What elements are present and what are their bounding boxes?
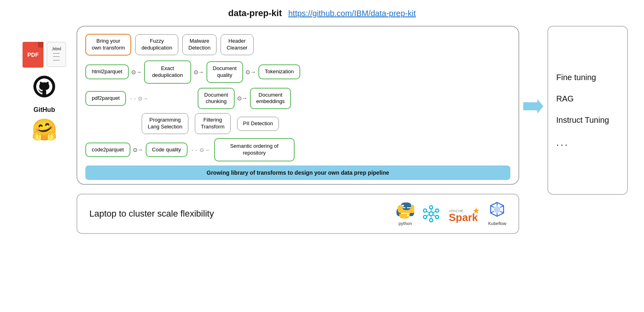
node-prog-lang: ProgrammingLang Selection (142, 113, 188, 134)
svg-point-6 (423, 209, 427, 212)
svg-line-14 (427, 215, 429, 216)
svg-point-5 (429, 219, 433, 222)
node-fuzzy-dedup: Fuzzydeduplication (135, 34, 178, 55)
svg-marker-27 (523, 99, 543, 114)
svg-text:Spark: Spark (449, 211, 478, 223)
right-panel-more: ... (556, 137, 619, 148)
html-icon: .html ━━━━━━━━━━━━ (47, 42, 66, 67)
html-lines: ━━━━━━━━━━━━ (53, 52, 60, 62)
node-doc-embeddings: Documentembeddings (250, 88, 291, 110)
spark-logo: APACHE Spark (448, 205, 480, 223)
node-code-quality: Code quality (146, 143, 188, 157)
connector-5: ⊙→ (133, 147, 143, 153)
pipeline-row-2: html2parquet ⊙→ Exactdeduplication ⊙→ Do… (85, 60, 510, 84)
node-doc-chunking: Documentchunking (198, 88, 234, 110)
svg-point-7 (436, 209, 439, 212)
connector-3: ⊙→ (246, 69, 256, 75)
pipeline-box: Bring yourown transform Fuzzydeduplicati… (76, 26, 519, 185)
svg-line-15 (433, 215, 436, 216)
library-bar: Growing library of transforms to design … (85, 165, 510, 180)
node-pii-detection: PII Detection (237, 117, 279, 131)
github-text-label: GitHub (33, 106, 55, 114)
svg-point-4 (429, 206, 433, 209)
pdf-label: PDF (27, 52, 39, 58)
node-doc-quality: Documentquality (206, 61, 243, 83)
connector-1: ⊙→ (131, 69, 142, 75)
emoji-icon: 🤗 (31, 118, 58, 142)
svg-point-9 (436, 215, 439, 219)
node-pdf2parquet: pdf2parquet (85, 91, 126, 106)
connector-2: ⊙→ (194, 69, 204, 75)
node-code2parquet: code2parquet (85, 143, 130, 157)
dashed-arrow-2: - - ⊙→ (190, 147, 212, 153)
connector-4: ⊙→ (237, 95, 248, 101)
node-html2parquet: html2parquet (85, 64, 129, 79)
github-logo-symbol (33, 75, 56, 101)
svg-point-2 (407, 214, 409, 216)
ray-logo (422, 205, 440, 223)
big-arrow (523, 26, 547, 114)
python-logo: python (396, 202, 414, 226)
svg-marker-20 (494, 206, 500, 213)
pipeline-container: Bring yourown transform Fuzzydeduplicati… (76, 26, 519, 234)
file-icons: PDF .html ━━━━━━━━━━━━ (23, 42, 66, 68)
svg-line-12 (427, 211, 429, 213)
svg-point-3 (429, 212, 433, 216)
right-panel-rag: RAG (556, 94, 619, 103)
python-label: python (398, 221, 412, 226)
bottom-section: Laptop to cluster scale flexibility pyth… (76, 194, 519, 234)
pipeline-row-5: code2parquet ⊙→ Code quality - - ⊙→ Sema… (85, 138, 510, 161)
svg-line-13 (433, 211, 436, 213)
pipeline-row-top: Bring yourown transform Fuzzydeduplicati… (85, 34, 510, 56)
node-semantic-ordering: Semantic ordering ofrepository (214, 138, 295, 161)
page-title: data-prep-kit (228, 8, 282, 19)
bottom-title: Laptop to cluster scale flexibility (89, 209, 214, 219)
node-header-cleanser: HeaderCleanser (221, 34, 254, 55)
left-icons: PDF .html ━━━━━━━━━━━━ GitHub (16, 26, 72, 142)
github-link[interactable]: https://github.com/IBM/data-prep-kit (288, 9, 416, 18)
header: data-prep-kit https://github.com/IBM/dat… (228, 8, 416, 19)
tech-logos: python (396, 202, 506, 226)
pdf-icon: PDF (23, 42, 43, 68)
main-content: PDF .html ━━━━━━━━━━━━ GitHub (16, 26, 628, 234)
right-panel: Fine tuning RAG Instruct Tuning ... (547, 26, 628, 195)
pipeline-row-4: ProgrammingLang Selection FilteringTrans… (85, 113, 510, 134)
node-filtering: FilteringTransform (195, 113, 231, 134)
kubeflow-label: Kubeflow (488, 221, 506, 226)
node-malware-detection: MalwareDetection (182, 34, 217, 55)
right-panel-fine-tuning: Fine tuning (556, 73, 619, 82)
node-exact-dedup: Exactdeduplication (144, 60, 191, 84)
svg-point-1 (402, 205, 404, 207)
github-icon (30, 74, 58, 102)
kubeflow-logo: Kubeflow (488, 202, 506, 226)
dashed-arrow-1: - - ⊙→ (128, 95, 150, 101)
html-label: .html (52, 47, 61, 51)
svg-point-8 (423, 215, 427, 219)
pipeline-row-3: pdf2parquet - - ⊙→ Documentchunking ⊙→ D… (85, 88, 510, 110)
right-panel-instruct-tuning: Instruct Tuning (556, 116, 619, 125)
node-tokenization: Tokenization (258, 64, 300, 79)
node-bring-own-transform: Bring yourown transform (85, 34, 131, 56)
